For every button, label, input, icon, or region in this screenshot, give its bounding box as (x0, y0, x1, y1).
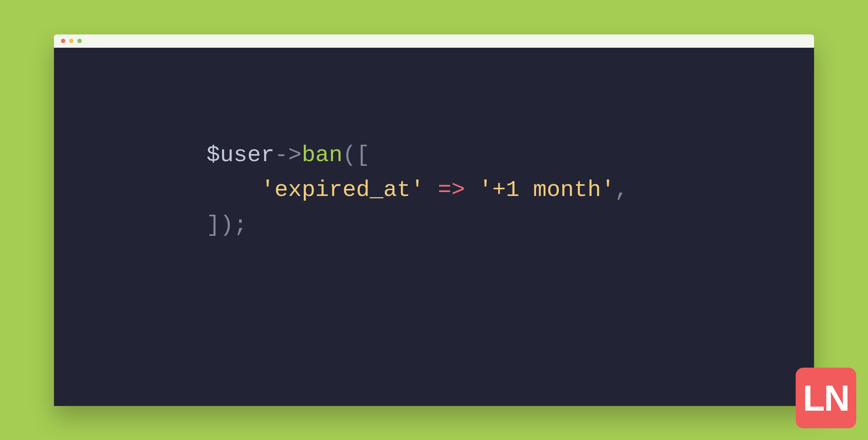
code-open-bracket: ([ (343, 142, 370, 168)
code-editor: $user->ban([ 'expired_at' => '+1 month',… (54, 48, 814, 406)
brand-logo: LN (796, 368, 856, 428)
code-array-value: '+1 month' (479, 177, 615, 203)
code-comma: , (615, 177, 628, 203)
code-function: ban (302, 142, 343, 168)
code-block: $user->ban([ 'expired_at' => '+1 month',… (206, 138, 814, 243)
code-arrow-operator: -> (274, 142, 302, 168)
code-array-key: 'expired_at' (261, 177, 424, 203)
code-variable: $user (206, 142, 274, 168)
minimize-icon[interactable] (69, 39, 74, 43)
code-close-bracket: ]); (206, 212, 247, 238)
close-icon[interactable] (61, 39, 65, 43)
maximize-icon[interactable] (77, 39, 82, 43)
code-double-arrow: => (424, 177, 479, 203)
code-window: $user->ban([ 'expired_at' => '+1 month',… (54, 34, 814, 406)
brand-logo-text: LN (803, 380, 849, 416)
code-indent (206, 177, 261, 203)
window-titlebar (54, 34, 814, 48)
